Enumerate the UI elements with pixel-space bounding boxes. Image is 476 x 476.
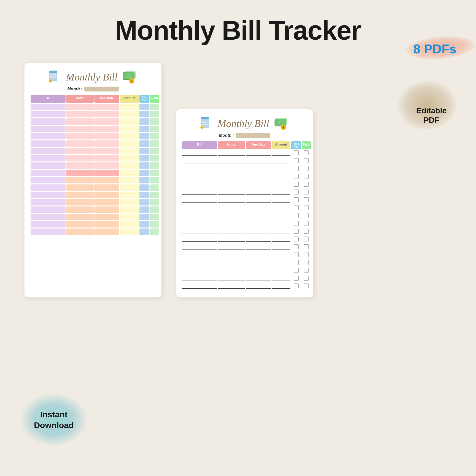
- month-label-left: Month :: [67, 86, 82, 91]
- table-headers-left: Bill Notes Due Date Amount AutoPay Paid: [31, 95, 155, 103]
- card-right-month-row: Month :: [182, 133, 307, 138]
- table-row: [31, 177, 155, 184]
- card-white: Monthly Bill $ $ Month : Bill Notes: [176, 109, 313, 297]
- autopay-checkbox[interactable]: [294, 244, 299, 249]
- autopay-checkbox[interactable]: [294, 182, 299, 187]
- paid-checkbox[interactable]: [304, 229, 309, 234]
- svg-rect-11: [124, 71, 136, 79]
- card-colored: Monthly Bill $ $ Month : Bill Note: [24, 63, 161, 297]
- autopay-checkbox[interactable]: [294, 151, 299, 155]
- table-row: [182, 228, 307, 234]
- autopay-checkbox[interactable]: [294, 197, 299, 202]
- table-rows-colored: [31, 104, 155, 235]
- card-right-title: Monthly Bill: [218, 118, 269, 129]
- table-row: [182, 221, 307, 226]
- svg-rect-1: [49, 71, 57, 73]
- paid-checkbox[interactable]: [304, 158, 309, 163]
- month-field-right[interactable]: [236, 133, 270, 138]
- paid-checkbox[interactable]: [304, 221, 309, 226]
- table-row: [31, 119, 155, 125]
- table-row: [31, 104, 155, 110]
- table-row: [182, 197, 307, 203]
- svg-point-6: [50, 80, 51, 82]
- table-row: [31, 155, 155, 161]
- table-row: [31, 192, 155, 198]
- paid-checkbox[interactable]: [304, 252, 309, 257]
- table-row: [31, 162, 155, 169]
- paid-checkbox[interactable]: [304, 284, 309, 289]
- autopay-checkbox[interactable]: [294, 268, 299, 273]
- cards-area: Monthly Bill $ $ Month : Bill Note: [0, 46, 476, 297]
- table-row: [182, 150, 307, 155]
- table-row: [31, 148, 155, 154]
- paid-checkbox[interactable]: [304, 205, 309, 210]
- col-header-amount-right: Amount: [272, 141, 290, 149]
- paid-checkbox[interactable]: [304, 260, 309, 265]
- table-row: [182, 260, 307, 265]
- paid-checkbox[interactable]: [304, 276, 309, 281]
- watercolor-teal-bg: Instant Download: [19, 393, 88, 447]
- month-field-left[interactable]: [85, 86, 119, 91]
- col-header-autopay-right: AutoPay: [291, 141, 301, 149]
- paid-checkbox[interactable]: [304, 151, 309, 155]
- paid-checkbox[interactable]: [304, 166, 309, 171]
- pdfs-label: 8 PDFs: [413, 42, 457, 56]
- paid-checkbox[interactable]: [304, 237, 309, 241]
- table-row: [182, 275, 307, 281]
- table-row: [31, 133, 155, 139]
- autopay-checkbox[interactable]: [294, 174, 299, 179]
- table-row: [31, 126, 155, 132]
- svg-text:$: $: [283, 126, 284, 129]
- autopay-checkbox[interactable]: [294, 213, 299, 218]
- col-header-notes-left: Notes: [66, 95, 94, 103]
- table-row: [31, 111, 155, 118]
- table-row: [182, 182, 307, 187]
- table-row: [182, 213, 307, 218]
- pdfs-badge: 8 PDFs: [413, 42, 457, 56]
- table-row: [31, 214, 155, 220]
- autopay-checkbox[interactable]: [294, 229, 299, 234]
- table-row: [182, 268, 307, 273]
- col-header-notes-right: Notes: [218, 141, 245, 149]
- col-header-autopay-left: AutoPay: [139, 95, 150, 103]
- autopay-checkbox[interactable]: [294, 158, 299, 163]
- autopay-checkbox[interactable]: [294, 166, 299, 171]
- col-header-paid-left: Paid: [150, 95, 159, 103]
- paid-checkbox[interactable]: [304, 268, 309, 273]
- table-row: [182, 205, 307, 210]
- svg-rect-16: [201, 117, 209, 119]
- table-row: [182, 244, 307, 250]
- table-row: [182, 158, 307, 163]
- paid-checkbox[interactable]: [304, 189, 309, 194]
- editable-label: Editable PDF: [416, 106, 447, 125]
- instant-download-area: Instant Download: [19, 393, 88, 447]
- autopay-checkbox[interactable]: [294, 205, 299, 210]
- table-row: [182, 166, 307, 171]
- table-row: [31, 170, 155, 176]
- card-right-header: Monthly Bill $ $: [182, 117, 307, 130]
- card-left-title: Monthly Bill: [66, 71, 118, 83]
- col-header-bill-right: Bill: [182, 141, 217, 149]
- table-row: [182, 252, 307, 257]
- card-left-header: Monthly Bill $ $: [31, 70, 155, 84]
- receipt-icon-left: [48, 70, 61, 84]
- paid-checkbox[interactable]: [304, 182, 309, 187]
- autopay-checkbox[interactable]: [294, 252, 299, 257]
- autopay-checkbox[interactable]: [294, 260, 299, 265]
- paid-checkbox[interactable]: [304, 244, 309, 249]
- autopay-checkbox[interactable]: [294, 276, 299, 281]
- table-rows-white: [182, 150, 307, 290]
- autopay-checkbox[interactable]: [294, 284, 299, 289]
- paid-checkbox[interactable]: [304, 197, 309, 202]
- paid-checkbox[interactable]: [304, 213, 309, 218]
- svg-point-21: [201, 126, 203, 128]
- autopay-checkbox[interactable]: [294, 189, 299, 194]
- paid-checkbox[interactable]: [304, 174, 309, 179]
- autopay-checkbox[interactable]: [294, 221, 299, 226]
- table-row: [31, 199, 155, 205]
- col-header-duedate-left: Due Date: [94, 95, 119, 103]
- money-icon-left: $ $: [122, 70, 138, 84]
- table-row: [31, 206, 155, 213]
- autopay-checkbox[interactable]: [294, 237, 299, 241]
- table-row: [31, 228, 155, 235]
